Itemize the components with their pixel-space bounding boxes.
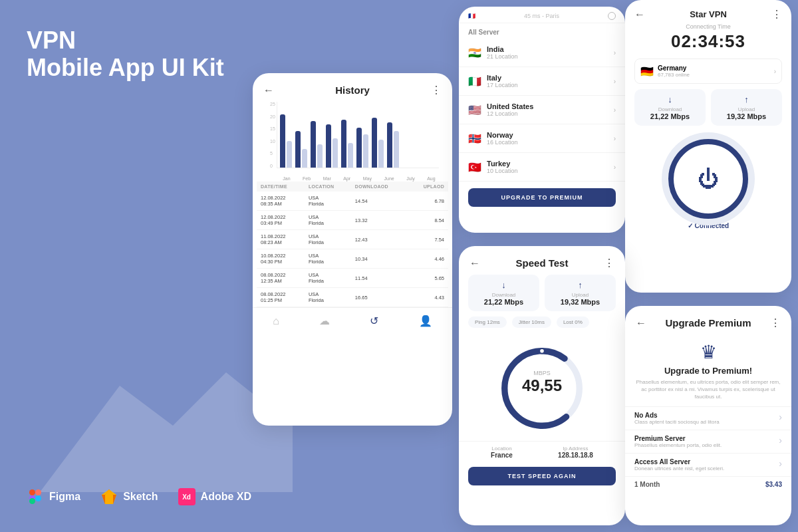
crown-icon: ♛ xyxy=(625,341,791,363)
flag-usa: 🇺🇸 xyxy=(468,104,481,116)
top-server-row: 🇫🇷 45 ms - Paris xyxy=(459,7,625,23)
tool-figma: Figma xyxy=(27,488,80,505)
test-speed-btn[interactable]: TEST SPEED AGAIN xyxy=(468,467,616,485)
nav-cloud-icon[interactable]: ☁ xyxy=(319,315,330,327)
server-loc-india: 21 Location xyxy=(487,53,518,60)
starvpn-back-btn[interactable]: ← xyxy=(634,9,645,21)
month-row: 1 Month $3.43 xyxy=(625,476,791,488)
upload-value-vpn: 19,32 Mbps xyxy=(716,112,777,120)
upgrade-back-btn[interactable]: ← xyxy=(636,317,646,329)
server-list-card: 🇫🇷 45 ms - Paris All Server 🇮🇳 India 21 … xyxy=(459,7,625,233)
bar-group xyxy=(280,114,292,168)
svg-rect-2 xyxy=(35,489,41,495)
figma-icon xyxy=(27,488,44,505)
upload-icon-vpn: ↑ xyxy=(716,94,777,104)
col-upload: UPLAOD xyxy=(408,182,448,192)
germany-status: 67,783 online xyxy=(658,72,690,78)
location-value: France xyxy=(491,452,513,459)
upgrade-menu-btn[interactable]: ⋮ xyxy=(770,317,781,329)
upgrade-premium-card: ← Upgrade Premium ⋮ ♛ Upgrade to Premium… xyxy=(625,306,791,525)
flag-india: 🇮🇳 xyxy=(468,47,481,59)
flag-italy: 🇮🇹 xyxy=(468,75,481,88)
history-menu-btn[interactable]: ⋮ xyxy=(431,84,442,96)
upgrade-premium-title: Upgrade to Premium! xyxy=(625,366,791,376)
upgrade-desc: Phasellus elementum, eu ultrices porta, … xyxy=(625,378,791,406)
server-name-india: India xyxy=(487,45,518,53)
svg-point-5 xyxy=(35,495,41,501)
bar-group xyxy=(341,120,353,168)
bar-chart xyxy=(277,102,439,168)
download-icon-st: ↓ xyxy=(473,280,534,290)
chevron-germany: › xyxy=(774,68,776,75)
server-name-turkey: Turkey xyxy=(487,160,518,168)
bottom-nav: ⌂ ☁ ↺ 👤 xyxy=(253,307,452,332)
title-line2: Mobile App UI Kit xyxy=(27,54,266,82)
download-card-vpn: ↓ Download 21,22 Mbps xyxy=(634,89,706,126)
table-row: 12.08.202203:49 PM USAFlorida 13.32 8.54 xyxy=(257,211,448,230)
bar-group xyxy=(311,121,323,168)
speed-test-back-btn[interactable]: ← xyxy=(469,257,480,269)
bar-group xyxy=(356,128,368,168)
sketch-icon xyxy=(100,488,118,505)
pill-jitter: Jitter 10ms xyxy=(512,317,551,328)
speed-test-card: ← Speed Test ⋮ ↓ Download 21,22 Mbps ↑ U… xyxy=(459,246,625,525)
y-labels: 25 20 15 10 5 0 xyxy=(270,102,275,168)
xd-icon: Xd xyxy=(178,488,196,505)
server-india[interactable]: 🇮🇳 India 21 Location › xyxy=(459,39,625,67)
ip-item: Ip Address 128.18.18.8 xyxy=(558,446,593,459)
germany-row[interactable]: 🇩🇪 Germany 67,783 online › xyxy=(634,59,782,84)
svg-point-13 xyxy=(539,348,545,354)
power-icon: ⏻ xyxy=(698,167,719,192)
all-server-label: All Server xyxy=(459,23,625,39)
chevron-usa: › xyxy=(614,106,616,114)
upgrade-to-premium-btn[interactable]: UPGRADE TO PREMIUM xyxy=(468,188,616,207)
speed-pills: Ping 12ms Jitter 10ms Lost 0% xyxy=(459,317,625,333)
table-row: 12.08.202208:35 AM USAFlorida 14.54 6.78 xyxy=(257,192,448,211)
history-back-btn[interactable]: ← xyxy=(263,84,274,96)
svg-rect-4 xyxy=(29,498,35,504)
power-circle[interactable]: ⏻ xyxy=(668,139,748,219)
feature-no-ads: No Ads Class aptent taciti sociosqu ad l… xyxy=(625,406,791,430)
pill-ping: Ping 12ms xyxy=(468,317,507,328)
top-server-radio xyxy=(608,12,616,20)
col-datetime: DATE/TIME xyxy=(257,182,305,192)
feature-desc-access-all: Donean ultrices ante nisl, eget sceleri. xyxy=(634,466,724,471)
location-item: Location France xyxy=(491,446,513,459)
download-label-st: Download xyxy=(473,292,534,298)
title-line1: VPN xyxy=(27,27,266,54)
col-location: LOCATION xyxy=(305,182,351,192)
tool-xd: Xd Adobe XD xyxy=(178,488,251,505)
upgrade-title: Upgrade Premium xyxy=(646,317,770,329)
history-table-wrap: DATE/TIME LOCATION DOWNLOAOD UPLAOD 12.0… xyxy=(253,182,452,307)
starvpn-card: ← Star VPN ⋮ Connecting Time 02:34:53 🇩🇪… xyxy=(625,0,791,293)
feature-name-premium-server: Premium Server xyxy=(634,435,722,442)
server-name-italy: Italy xyxy=(487,74,518,82)
speed-test-menu-btn[interactable]: ⋮ xyxy=(604,257,614,269)
pill-lost: Lost 0% xyxy=(557,317,589,328)
download-icon-vpn: ↓ xyxy=(640,94,700,104)
server-loc-usa: 12 Location xyxy=(487,110,533,117)
history-header: ← History ⋮ xyxy=(253,73,452,102)
flag-turkey: 🇹🇷 xyxy=(468,161,481,174)
server-name-usa: United States xyxy=(487,102,533,110)
starvpn-menu-btn[interactable]: ⋮ xyxy=(771,8,782,21)
table-row: 08.08.202201:25 PM USAFlorida 16.65 4.43 xyxy=(257,288,448,307)
feature-name-no-ads: No Ads xyxy=(634,412,720,419)
server-usa[interactable]: 🇺🇸 United States 12 Location › xyxy=(459,96,625,124)
feature-name-access-all: Access All Server xyxy=(634,458,724,466)
gauge-value-wrap: MBPS 49,55 xyxy=(522,370,562,395)
nav-profile-icon[interactable]: 👤 xyxy=(419,315,432,327)
left-panel: VPN Mobile App UI Kit Figma Sketch xyxy=(0,0,293,532)
upload-card-st: ↑ Upload 19,32 Mbps xyxy=(545,275,616,311)
server-italy[interactable]: 🇮🇹 Italy 17 Location › xyxy=(459,67,625,96)
server-turkey[interactable]: 🇹🇷 Turkey 10 Location › xyxy=(459,153,625,182)
month-label: 1 Month xyxy=(634,481,660,488)
download-card-st: ↓ Download 21,22 Mbps xyxy=(468,275,539,311)
ip-label: Ip Address xyxy=(558,446,593,452)
nav-home-icon[interactable]: ⌂ xyxy=(273,315,279,327)
title-block: VPN Mobile App UI Kit xyxy=(27,27,266,82)
svg-marker-8 xyxy=(102,495,105,504)
nav-history-icon[interactable]: ↺ xyxy=(370,315,378,327)
server-norway[interactable]: 🇳🇴 Norway 16 Location › xyxy=(459,124,625,153)
chevron-turkey: › xyxy=(614,164,616,171)
